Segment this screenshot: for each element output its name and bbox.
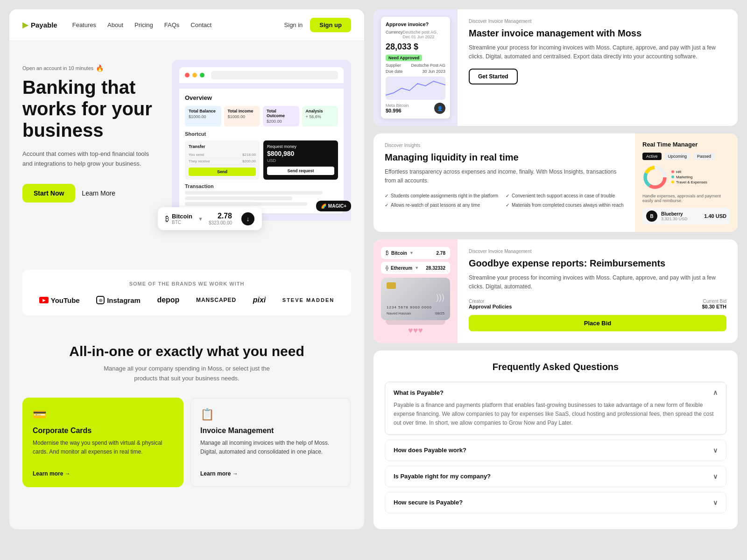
faq-question-2: How does Payable work? ∨ — [394, 447, 718, 454]
shortcut-row: Transfer You send$218.00 They receive$20… — [185, 140, 338, 180]
check-item-2: ✓ Convenient tech support access in case… — [506, 193, 624, 199]
rtm-title: Real Time Manager — [642, 141, 730, 148]
send-request-button[interactable]: Send request — [267, 167, 334, 175]
all-in-one-subtitle: Manage all your company spending in Moss… — [93, 364, 280, 384]
invoice-icon: 📋 — [200, 408, 341, 421]
hero-subtitle: Account that comes with top-end financia… — [22, 149, 153, 169]
transfer-widget: Transfer You send$218.00 They receive$20… — [185, 140, 260, 180]
hero-title: Banking that works for your business — [22, 77, 153, 141]
faq-question-3: Is Payable right for my company? ∨ — [394, 473, 718, 480]
corporate-cards-card: 💳 Corporate Cards Modernise the way you … — [22, 398, 183, 487]
start-now-button[interactable]: Start Now — [22, 184, 75, 203]
brand-depop: depop — [157, 296, 179, 304]
invoice-mockup: Approve invoice? Currency Deutsche post … — [381, 17, 450, 119]
nav-about[interactable]: About — [107, 21, 123, 28]
total-balance-card: Total Balance $1000.00 — [185, 106, 221, 126]
faq-item-3[interactable]: Is Payable right for my company? ∨ — [385, 466, 726, 487]
invoice-management-card: 📋 Invoice Management Manage all incoming… — [190, 398, 351, 487]
liquidity-title: Managing liquidity in real time — [385, 152, 624, 163]
hero-badge: Open an account in 10 minutes 🔥 — [22, 64, 153, 72]
expense-tag: Discover Invoice Management — [469, 249, 726, 254]
url-bar — [211, 71, 338, 79]
rtm-tabs: Active Upcoming Passed — [642, 153, 730, 160]
invoice-management-title: Invoice Management — [200, 427, 341, 435]
shortcut-label: Shortcut — [185, 131, 338, 137]
bitcoin-card: ₿ Bitcoin BTC ▼ 2.78 $323.00.00 ↓ — [158, 207, 262, 230]
card-chip — [387, 282, 396, 289]
check-icon-3: ✓ — [385, 202, 388, 209]
expense-section: ₿ Bitcoin ▼ 2.78 ⟠ Ethereum ▼ 28.32332 — [374, 239, 738, 343]
credit-card-mockup: ))) 1234 5678 9000 0000 Naved Hassan 08/… — [381, 278, 450, 320]
expense-visual: ₿ Bitcoin ▼ 2.78 ⟠ Ethereum ▼ 28.32332 — [374, 239, 458, 343]
magic-badge: 🌈 MAGIC+ — [316, 201, 351, 211]
nav-pricing[interactable]: Pricing — [134, 21, 153, 28]
corporate-cards-title: Corporate Cards — [33, 427, 173, 435]
brand-manscaped: MANSCAPED — [196, 297, 236, 303]
send-button[interactable]: Send — [189, 168, 256, 176]
nav-features[interactable]: Features — [72, 21, 96, 28]
brands-row: ▶ YouTube ◎ Instagram depop MANSCAPED pi… — [34, 296, 340, 304]
feature-cards: 💳 Corporate Cards Modernise the way you … — [22, 398, 351, 487]
rtm-tab-passed[interactable]: Passed — [693, 153, 715, 160]
transaction-label: Transaction — [185, 183, 338, 189]
total-outcome-card: Total Outcome $200.00 — [263, 106, 299, 126]
brands-title: SOME OF THE BRANDS WE WORK WITH — [34, 281, 340, 287]
eth-icon: ⟠ — [386, 265, 388, 271]
navbar: ▶ Payable Features About Pricing FAQs Co… — [9, 9, 364, 41]
brand-youtube: ▶ YouTube — [39, 296, 80, 304]
right-panel: Approve invoice? Currency Deutsche post … — [374, 9, 738, 529]
logo[interactable]: ▶ Payable — [22, 21, 57, 29]
rtm-tab-upcoming[interactable]: Upcoming — [664, 153, 691, 160]
faq-section: Frequently Asked Questions What is Payab… — [374, 350, 738, 529]
faq-item-4[interactable]: How secure is Payable? ∨ — [385, 492, 726, 513]
invoice-management-learn-link[interactable]: Learn more → — [200, 470, 341, 477]
blueberry-row: B Blueberry 3,321.30 USD 1.40 USD — [642, 208, 730, 224]
heart-icon: ♥♥♥ — [381, 326, 450, 336]
fire-icon: 🔥 — [96, 64, 104, 72]
faq-chevron-2: ∨ — [713, 447, 718, 454]
faq-item-1[interactable]: What is Payable? ∧ Payable is a finance … — [385, 382, 726, 435]
request-widget: Request money $800,980 USD Send request — [263, 140, 338, 180]
faq-item-2[interactable]: How does Payable work? ∨ — [385, 440, 726, 461]
user-avatar: 👤 — [434, 103, 445, 114]
faq-answer-1: Payable is a finance and payments platfo… — [394, 401, 718, 428]
liquidity-text: Discover Insights Managing liquidity in … — [374, 133, 635, 232]
total-income-card: Total Income $1000.00 — [224, 106, 261, 126]
faq-chevron-3: ∨ — [713, 473, 718, 480]
rtm-tab-active[interactable]: Active — [642, 153, 662, 160]
nav-links: Features About Pricing FAQs Contact — [72, 21, 269, 28]
dot-yellow — [192, 73, 197, 77]
rtm-desc: Handle expenses, approvals and payment e… — [642, 194, 730, 203]
get-started-button[interactable]: Get Started — [469, 69, 518, 84]
faq-title: Frequently Asked Questions — [385, 362, 726, 372]
card-icon: 💳 — [33, 408, 173, 421]
youtube-icon: ▶ — [39, 297, 49, 303]
btc-small-icon: ₿ — [386, 250, 389, 256]
nav-right: Sign in Sign up — [284, 18, 351, 32]
bitcoin-crypto-row: ₿ Bitcoin ▼ 2.78 — [381, 247, 450, 259]
dot-green — [200, 73, 204, 77]
rtm-visual: Real Time Manager Active Upcoming Passed — [635, 133, 738, 232]
place-bid-button[interactable]: Place Bid — [469, 315, 726, 331]
check-icon-4: ✓ — [506, 202, 509, 209]
legend-marketing — [671, 175, 674, 178]
invoice-section-content: Discover Invoice Management Master invoi… — [458, 9, 738, 126]
dropdown-icon: ▼ — [409, 251, 414, 255]
invoice-section-desc: Streamline your process for incoming inv… — [469, 43, 726, 61]
signin-button[interactable]: Sign in — [284, 21, 303, 28]
nav-contact[interactable]: Contact — [190, 21, 211, 28]
signup-button[interactable]: Sign up — [310, 18, 351, 32]
dashboard-cards: Total Balance $1000.00 Total Income $100… — [185, 106, 338, 126]
tx-row-3 — [185, 202, 307, 206]
ethereum-crypto-row: ⟠ Ethereum ▼ 28.32332 — [381, 262, 450, 274]
tx-row-2 — [185, 196, 292, 200]
hero-text: Open an account in 10 minutes 🔥 Banking … — [22, 60, 153, 203]
corporate-cards-learn-link[interactable]: Learn more → — [33, 470, 173, 477]
check-item-1: ✓ Students complete assignments right in… — [385, 193, 503, 199]
logo-icon: ▶ — [22, 21, 28, 29]
all-in-one-title: All-in-one or exactly what you need — [22, 343, 351, 359]
bid-info: Creator Approval Policies Current Bid $0… — [469, 299, 726, 309]
invoice-management-desc: Manage all incoming invoices with the he… — [200, 439, 341, 456]
learn-more-button[interactable]: Learn More — [82, 189, 115, 197]
nav-faqs[interactable]: FAQs — [164, 21, 180, 28]
